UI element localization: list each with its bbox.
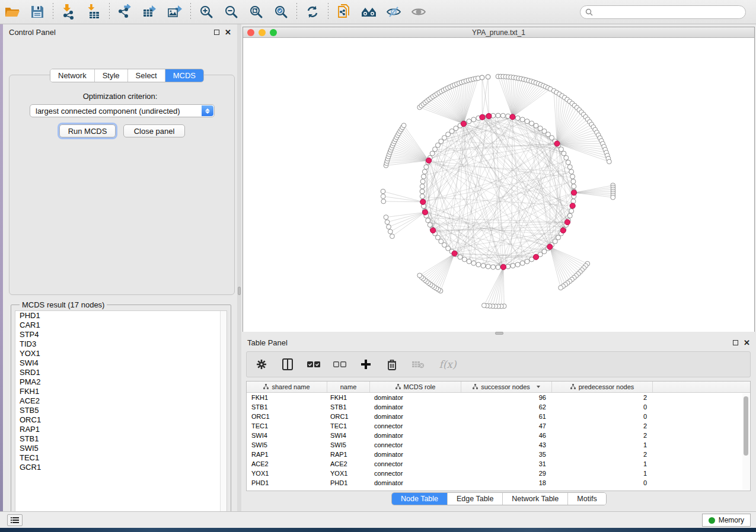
network-node[interactable]	[542, 249, 547, 254]
network-node[interactable]	[421, 174, 426, 179]
network-node[interactable]	[486, 264, 490, 269]
table-row[interactable]: FKH1FKH1dominator962	[247, 393, 750, 402]
network-node[interactable]	[420, 189, 425, 194]
task-manager-button[interactable]	[7, 514, 23, 526]
network-node[interactable]	[567, 165, 572, 169]
export-network-icon[interactable]	[115, 2, 135, 22]
run-mcds-button[interactable]: Run MCDS	[59, 124, 116, 137]
network-node[interactable]	[520, 261, 525, 265]
mcds-dominator-node[interactable]	[430, 227, 436, 233]
mcds-result-item[interactable]: YOX1	[15, 349, 227, 358]
network-node[interactable]	[390, 234, 395, 239]
network-node[interactable]	[388, 229, 393, 234]
network-node[interactable]	[381, 189, 385, 194]
import-network-icon[interactable]	[59, 2, 79, 22]
network-node[interactable]	[515, 116, 520, 120]
column-header-shared-name[interactable]: shared name	[247, 382, 327, 392]
network-node[interactable]	[449, 129, 454, 133]
mcds-dominator-node[interactable]	[486, 113, 492, 118]
mcds-result-item[interactable]: GCR1	[15, 463, 227, 472]
column-header-MCDS-role[interactable]: MCDS role	[370, 382, 461, 392]
network-node[interactable]	[571, 179, 576, 184]
network-node[interactable]	[381, 194, 385, 199]
network-node[interactable]	[481, 303, 486, 308]
memory-button[interactable]: Memory	[702, 514, 751, 527]
mcds-dominator-node[interactable]	[564, 219, 570, 225]
table-tab-edge-table[interactable]: Edge Table	[447, 493, 502, 505]
mcds-result-item[interactable]: RAP1	[15, 425, 227, 434]
network-canvas[interactable]	[243, 38, 754, 332]
network-node[interactable]	[428, 223, 432, 227]
network-node[interactable]	[525, 119, 529, 124]
mcds-result-item[interactable]: ACE2	[15, 396, 227, 406]
table-row[interactable]: ORC1ORC1dominator610	[247, 412, 750, 421]
network-node[interactable]	[611, 195, 615, 200]
mcds-result-item[interactable]: TEC1	[15, 453, 227, 463]
tab-select[interactable]: Select	[127, 69, 165, 82]
mcds-dominator-node[interactable]	[500, 264, 506, 270]
mcds-dominator-node[interactable]	[570, 203, 575, 209]
close-panel-button[interactable]: Close panel	[123, 124, 185, 137]
network-node[interactable]	[569, 209, 574, 213]
network-node[interactable]	[564, 155, 569, 160]
search-network-icon[interactable]	[359, 2, 379, 22]
mcds-dominator-node[interactable]	[533, 254, 538, 259]
network-node[interactable]	[426, 218, 430, 223]
network-window-titlebar[interactable]: YPA_prune.txt_1	[243, 27, 754, 38]
float-panel-icon[interactable]	[733, 340, 738, 345]
network-node[interactable]	[471, 261, 476, 265]
mcds-result-item[interactable]: FKH1	[15, 387, 227, 396]
network-node[interactable]	[467, 259, 471, 264]
network-node[interactable]	[511, 264, 515, 268]
table-row[interactable]: RAP1RAP1dominator352	[247, 450, 750, 459]
mcds-dominator-node[interactable]	[510, 114, 515, 120]
mcds-result-item[interactable]: SRD1	[15, 368, 227, 377]
table-row[interactable]: SWI5SWI5connector431	[247, 440, 750, 450]
table-row[interactable]: SWI4SWI4dominator462	[247, 431, 750, 440]
mcds-dominator-node[interactable]	[554, 141, 560, 146]
column-header-name[interactable]: name	[327, 382, 370, 392]
mcds-dominator-node[interactable]	[420, 199, 426, 204]
network-node[interactable]	[486, 75, 490, 79]
mcds-dominator-node[interactable]	[426, 158, 431, 163]
mcds-list-scrollbar[interactable]	[220, 311, 227, 517]
mcds-result-item[interactable]: CAR1	[15, 321, 227, 330]
mcds-dominator-node[interactable]	[461, 121, 466, 126]
network-node[interactable]	[384, 215, 388, 220]
network-node[interactable]	[569, 169, 574, 174]
network-node[interactable]	[420, 179, 425, 184]
export-image-icon[interactable]	[165, 2, 185, 22]
tab-style[interactable]: Style	[94, 69, 127, 82]
add-column-icon[interactable]	[359, 358, 372, 371]
network-node[interactable]	[422, 169, 427, 174]
network-node[interactable]	[387, 225, 391, 229]
delete-table-icon[interactable]	[412, 358, 425, 371]
network-node[interactable]	[529, 121, 534, 126]
zoom-in-icon[interactable]	[196, 2, 216, 22]
vertical-splitter[interactable]	[237, 24, 241, 511]
select-all-checkboxes-icon[interactable]	[307, 358, 320, 371]
network-node[interactable]	[430, 151, 435, 156]
function-builder-icon[interactable]: f(x)	[438, 358, 458, 371]
search-input[interactable]	[593, 8, 745, 17]
table-tab-node-table[interactable]: Node Table	[392, 493, 447, 505]
table-scrollbar[interactable]	[742, 393, 749, 490]
network-node[interactable]	[538, 126, 543, 131]
network-node[interactable]	[607, 159, 611, 164]
table-row[interactable]: ACE2ACE2connector311	[247, 459, 750, 469]
network-node[interactable]	[424, 165, 429, 169]
clone-network-icon[interactable]	[334, 2, 354, 22]
splitter-handle[interactable]	[238, 287, 241, 295]
mcds-result-item[interactable]: SWI5	[15, 444, 227, 453]
mcds-result-item[interactable]: PMA2	[15, 377, 227, 387]
network-node[interactable]	[471, 117, 476, 122]
table-settings-icon[interactable]	[255, 358, 268, 371]
network-node[interactable]	[525, 259, 529, 264]
network-node[interactable]	[559, 286, 563, 290]
table-tab-network-table[interactable]: Network Table	[502, 493, 567, 505]
table-row[interactable]: STB1STB1dominator620	[247, 402, 750, 412]
tab-network[interactable]: Network	[50, 69, 94, 82]
network-node[interactable]	[496, 113, 500, 118]
mcds-result-item[interactable]: TID3	[15, 339, 227, 349]
node-table[interactable]: shared namenameMCDS rolesuccessor nodesp…	[246, 381, 751, 491]
